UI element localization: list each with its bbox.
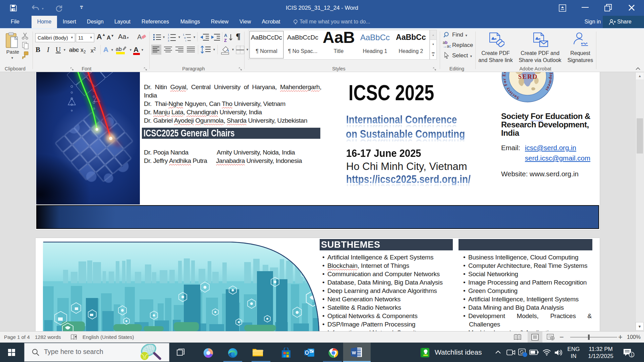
- svg-text:ab: ab: [116, 46, 122, 52]
- svg-text:a: a: [184, 36, 186, 39]
- svg-text:2: 2: [168, 36, 169, 39]
- svg-text:3: 3: [168, 39, 169, 42]
- svg-text:Z: Z: [224, 38, 227, 42]
- svg-text:1: 1: [168, 33, 169, 36]
- svg-text:SERD: SERD: [518, 73, 538, 80]
- svg-text:W: W: [352, 350, 356, 355]
- svg-text:A: A: [224, 33, 227, 38]
- svg-text:1: 1: [183, 33, 184, 36]
- svg-text:A: A: [137, 33, 142, 41]
- svg-text:1: 1: [631, 353, 633, 357]
- svg-text:i: i: [185, 39, 186, 42]
